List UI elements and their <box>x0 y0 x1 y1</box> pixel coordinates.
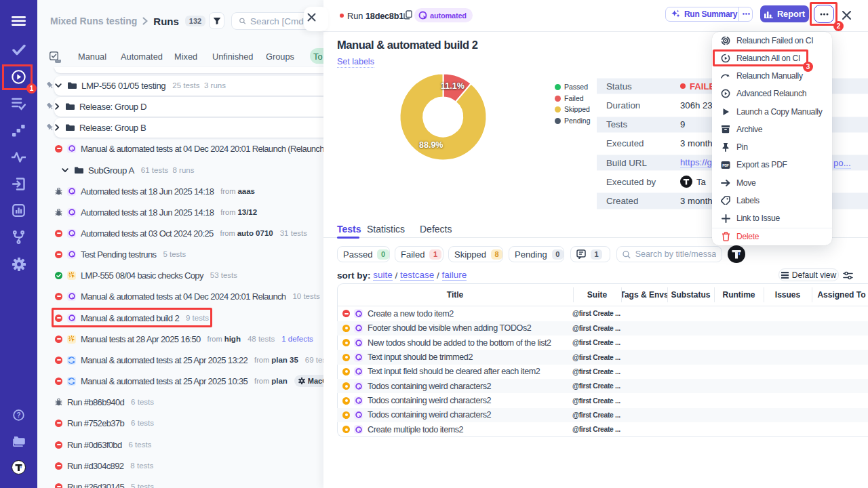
svg-text:?: ? <box>16 411 20 419</box>
svg-text:PDF: PDF <box>722 163 729 167</box>
